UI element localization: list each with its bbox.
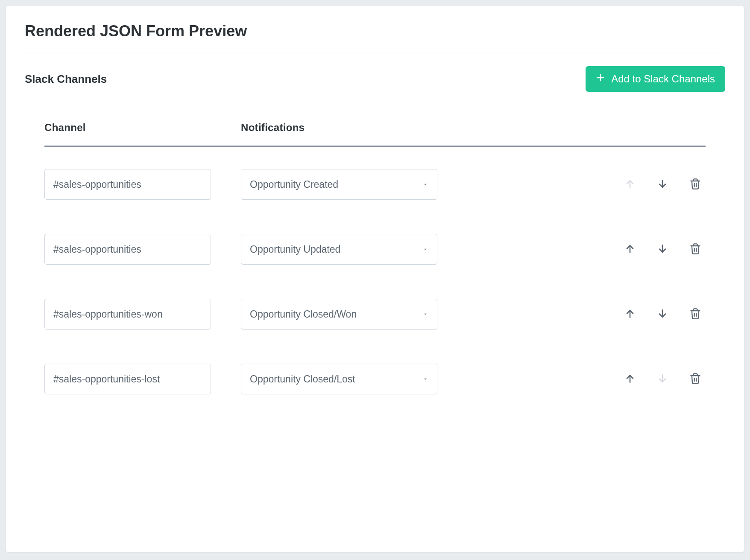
move-up-button[interactable] — [623, 242, 637, 257]
row-actions — [623, 176, 706, 193]
section-title: Slack Channels — [25, 73, 107, 86]
notification-select[interactable]: Opportunity Created — [241, 169, 437, 200]
arrow-up-icon — [624, 308, 636, 321]
move-up-button[interactable] — [623, 306, 637, 322]
move-down-button[interactable] — [655, 177, 670, 192]
delete-row-button[interactable] — [688, 370, 703, 388]
arrow-up-icon — [624, 243, 636, 256]
notification-cell: Opportunity Closed/Lost — [241, 364, 623, 394]
arrow-down-icon — [657, 308, 668, 321]
row-actions — [623, 241, 706, 258]
card-title: Rendered JSON Form Preview — [25, 22, 725, 53]
move-down-button[interactable] — [655, 242, 670, 257]
notification-cell: Opportunity Closed/Won — [241, 299, 623, 330]
arrow-up-icon — [624, 373, 636, 385]
notification-cell: Opportunity Updated — [241, 234, 623, 265]
notification-cell: Opportunity Created — [241, 169, 623, 200]
channel-input[interactable] — [44, 299, 211, 330]
move-up-button — [623, 177, 637, 192]
section-header: Slack Channels Add to Slack Channels — [25, 66, 725, 92]
arrow-down-icon — [657, 373, 668, 385]
channels-table: Channel Notifications Opportunity Create… — [25, 122, 725, 411]
arrow-down-icon — [657, 243, 668, 256]
delete-row-button[interactable] — [688, 176, 703, 193]
notification-select[interactable]: Opportunity Updated — [241, 234, 437, 265]
preview-card: Rendered JSON Form Preview Slack Channel… — [6, 6, 744, 552]
table-row: Opportunity Closed/Lost — [44, 347, 706, 411]
channel-cell — [44, 169, 241, 200]
trash-icon — [689, 178, 701, 192]
channel-cell — [44, 234, 241, 265]
trash-icon — [689, 372, 701, 386]
channel-input[interactable] — [44, 169, 211, 200]
notification-select[interactable]: Opportunity Closed/Won — [241, 299, 437, 330]
delete-row-button[interactable] — [688, 306, 703, 323]
trash-icon — [689, 242, 701, 257]
column-header-channel: Channel — [44, 122, 241, 134]
channel-cell — [44, 364, 241, 394]
row-actions — [623, 306, 706, 323]
plus-icon — [596, 73, 605, 85]
add-to-slack-channels-button[interactable]: Add to Slack Channels — [586, 66, 725, 92]
add-button-label: Add to Slack Channels — [611, 73, 715, 85]
arrow-down-icon — [657, 178, 668, 191]
channel-input[interactable] — [44, 234, 211, 265]
table-header: Channel Notifications — [44, 122, 706, 147]
delete-row-button[interactable] — [688, 241, 703, 258]
table-row: Opportunity Updated — [44, 217, 706, 282]
row-actions — [623, 370, 706, 388]
table-row: Opportunity Created — [44, 152, 706, 217]
trash-icon — [689, 307, 701, 321]
arrow-up-icon — [624, 178, 636, 191]
table-row: Opportunity Closed/Won — [44, 282, 706, 347]
move-up-button[interactable] — [623, 371, 637, 387]
channel-cell — [44, 299, 241, 330]
channel-input[interactable] — [44, 364, 211, 394]
move-down-button[interactable] — [655, 306, 670, 322]
column-header-notifications: Notifications — [241, 122, 706, 134]
move-down-button — [655, 371, 670, 387]
notification-select[interactable]: Opportunity Closed/Lost — [241, 364, 437, 394]
